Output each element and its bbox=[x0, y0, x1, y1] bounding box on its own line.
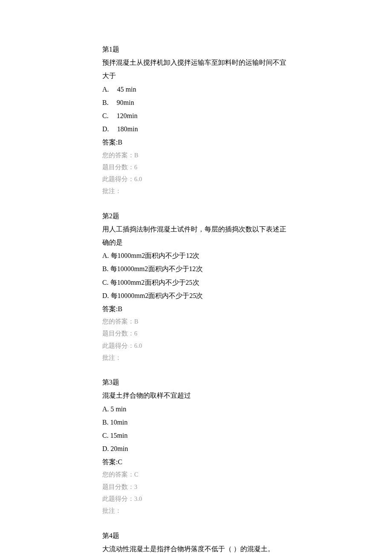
option: D.180min bbox=[102, 122, 290, 136]
option-letter: C. bbox=[102, 432, 109, 439]
option-text: 90min bbox=[117, 99, 134, 106]
option-text: 15min bbox=[110, 432, 128, 439]
correct-answer: 答案:B bbox=[102, 302, 290, 315]
question-block: 第2题用人工插捣法制作混凝土试件时，每层的插捣次数以下表述正确的是A. 每100… bbox=[102, 209, 290, 364]
remark: 批注： bbox=[102, 352, 290, 364]
question-text: 大流动性混凝土是指拌合物坍落度不低于（ ）的混凝土。 bbox=[102, 542, 290, 555]
option-letter: C. bbox=[102, 279, 109, 286]
question-title: 第2题 bbox=[102, 209, 290, 223]
question-title: 第1题 bbox=[102, 43, 290, 56]
question-score: 题目分数：6 bbox=[102, 327, 290, 339]
option: A. 5 min bbox=[102, 402, 290, 416]
question-score: 题目分数：6 bbox=[102, 161, 290, 173]
correct-answer: 答案:C bbox=[102, 455, 290, 468]
question-title: 第3题 bbox=[102, 376, 290, 389]
option-letter: A. bbox=[102, 252, 109, 259]
option: A. 每1000mm2面积内不少于12次 bbox=[102, 249, 290, 262]
your-answer: 您的答案：B bbox=[102, 149, 290, 161]
option: C.120min bbox=[102, 109, 290, 122]
question-text: 预拌混凝土从搅拌机卸入搅拌运输车至卸料时的运输时间不宜大于 bbox=[102, 56, 290, 82]
option-letter: D. bbox=[102, 125, 109, 133]
remark: 批注： bbox=[102, 505, 290, 517]
question-text: 混凝土拌合物的取样不宜超过 bbox=[102, 389, 290, 402]
your-answer: 您的答案：C bbox=[102, 468, 290, 480]
option-text: 10min bbox=[110, 419, 128, 426]
option-text: 每1000mm2面积内不少于12次 bbox=[111, 252, 200, 259]
question-title: 第4题 bbox=[102, 529, 290, 542]
question-text: 用人工插捣法制作混凝土试件时，每层的插捣次数以下表述正确的是 bbox=[102, 223, 290, 249]
option-text: 5 min bbox=[111, 405, 127, 413]
question-score: 题目分数：3 bbox=[102, 481, 290, 493]
option: B. 每10000mm2面积内不少于12次 bbox=[102, 262, 290, 275]
option-letter: C. bbox=[102, 112, 109, 119]
option-letter: B. bbox=[102, 265, 109, 272]
option-letter: B. bbox=[102, 419, 109, 426]
option-text: 45 min bbox=[117, 86, 136, 93]
option-text: 每10000mm2面积内不少于12次 bbox=[110, 265, 203, 272]
option-letter: B. bbox=[102, 99, 109, 106]
option-letter: A. bbox=[102, 405, 109, 413]
earned-score: 此题得分：6.0 bbox=[102, 173, 290, 185]
option-text: 180min bbox=[117, 125, 138, 133]
question-block: 第4题大流动性混凝土是指拌合物坍落度不低于（ ）的混凝土。A. 10mmB. 9… bbox=[102, 529, 290, 555]
your-answer: 您的答案：B bbox=[102, 315, 290, 327]
option: D. 20min bbox=[102, 442, 290, 455]
question-block: 第1题预拌混凝土从搅拌机卸入搅拌运输车至卸料时的运输时间不宜大于A.45 min… bbox=[102, 43, 290, 197]
option: B. 10min bbox=[102, 416, 290, 429]
correct-answer: 答案:B bbox=[102, 136, 290, 149]
question-block: 第3题混凝土拌合物的取样不宜超过A. 5 minB. 10minC. 15min… bbox=[102, 376, 290, 517]
option: C. 15min bbox=[102, 429, 290, 442]
option-text: 120min bbox=[117, 112, 138, 119]
remark: 批注： bbox=[102, 185, 290, 197]
option-text: 20min bbox=[111, 445, 128, 452]
option-letter: A. bbox=[102, 86, 109, 93]
option: D. 每10000mm2面积内不少于25次 bbox=[102, 289, 290, 302]
option-letter: D. bbox=[102, 292, 109, 299]
option: A.45 min bbox=[102, 83, 290, 96]
option-letter: D. bbox=[102, 445, 109, 452]
earned-score: 此题得分：3.0 bbox=[102, 493, 290, 505]
option: B.90min bbox=[102, 96, 290, 109]
earned-score: 此题得分：6.0 bbox=[102, 340, 290, 352]
option-text: 每10000mm2面积内不少于25次 bbox=[111, 292, 203, 299]
option-text: 每1000mm2面积内不少于25次 bbox=[110, 279, 199, 286]
option: C. 每1000mm2面积内不少于25次 bbox=[102, 276, 290, 289]
